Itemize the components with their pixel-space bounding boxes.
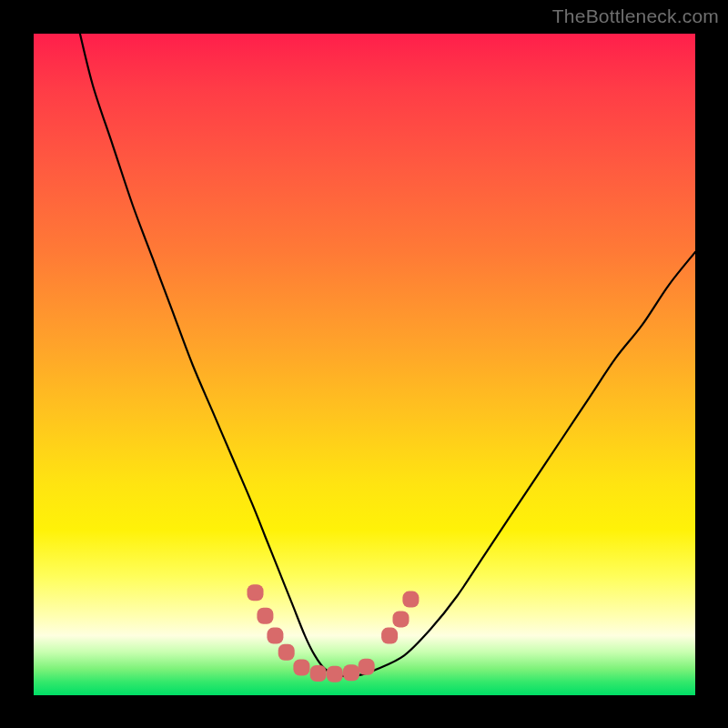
chart-frame: TheBottleneck.com (0, 0, 728, 728)
marker-point (327, 666, 343, 682)
marker-point (393, 611, 410, 627)
marker-point (257, 608, 273, 624)
marker-point (343, 664, 359, 681)
highlight-markers (248, 584, 420, 682)
bottleneck-curve (80, 34, 695, 676)
marker-point (381, 628, 398, 644)
marker-point (310, 665, 327, 682)
marker-point (267, 628, 283, 644)
marker-point (402, 592, 419, 608)
marker-point (278, 644, 295, 661)
marker-point (293, 660, 309, 676)
marker-point (359, 659, 375, 675)
marker-point (248, 584, 264, 601)
curve-layer (34, 34, 695, 695)
watermark-text: TheBottleneck.com (552, 5, 719, 27)
plot-area (34, 34, 695, 695)
